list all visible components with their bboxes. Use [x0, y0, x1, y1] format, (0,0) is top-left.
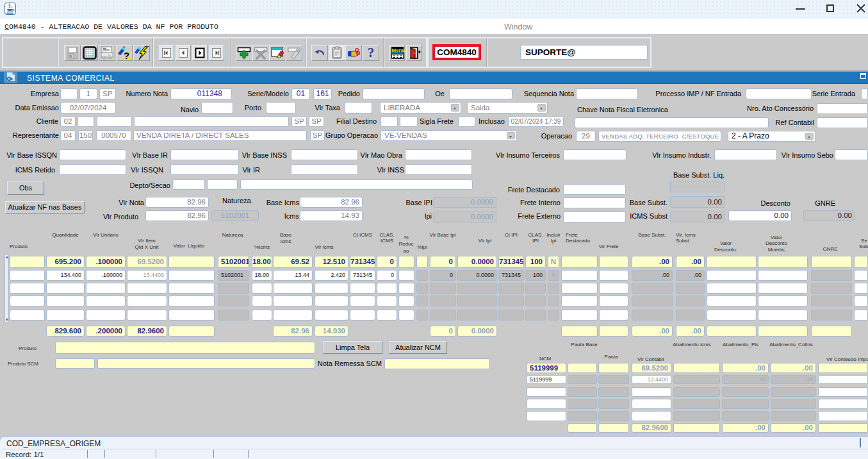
- svg-text:?: ?: [124, 50, 129, 60]
- svg-text:Menu: Menu: [392, 47, 405, 53]
